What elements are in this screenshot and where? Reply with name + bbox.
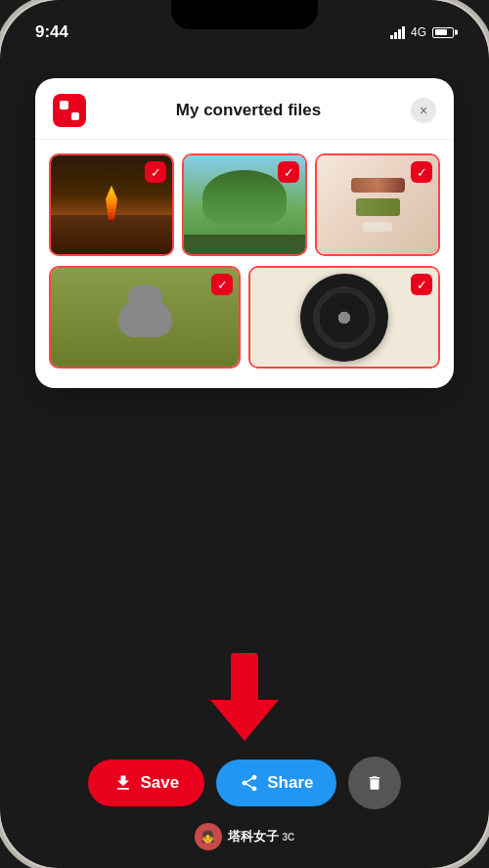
delete-button[interactable] bbox=[348, 757, 401, 809]
battery-icon bbox=[432, 27, 454, 38]
share-label: Share bbox=[267, 773, 313, 793]
save-icon bbox=[113, 773, 133, 793]
modal-card: My converted files × ✓ bbox=[35, 78, 454, 388]
image-cell-trees[interactable]: ✓ bbox=[182, 153, 307, 256]
network-label: 4G bbox=[411, 25, 426, 39]
watermark: 👧 塔科女子 3C bbox=[0, 823, 489, 850]
check-badge-trees: ✓ bbox=[278, 161, 299, 183]
save-button[interactable]: Save bbox=[88, 760, 205, 806]
signal-icon bbox=[390, 26, 405, 39]
image-cell-food[interactable]: ✓ bbox=[315, 153, 440, 256]
image-grid-top: ✓ ✓ bbox=[35, 140, 454, 266]
close-button[interactable]: × bbox=[411, 98, 436, 123]
bottom-area: Save Share bbox=[0, 653, 489, 809]
down-arrow-indicator bbox=[210, 653, 279, 741]
action-buttons: Save Share bbox=[53, 757, 437, 809]
check-badge-food: ✓ bbox=[411, 161, 432, 183]
app-logo bbox=[53, 94, 86, 127]
status-icons: 4G bbox=[390, 25, 454, 39]
phone-frame: 9:44 4G bbox=[0, 0, 489, 868]
save-label: Save bbox=[141, 773, 180, 793]
share-button[interactable]: Share bbox=[216, 760, 336, 806]
image-cell-fire[interactable]: ✓ bbox=[49, 153, 174, 256]
modal-header: My converted files × bbox=[35, 78, 454, 140]
image-grid-bottom: ✓ ✓ bbox=[35, 266, 454, 369]
image-cell-vinyl[interactable]: ✓ bbox=[248, 266, 440, 369]
check-badge-fire: ✓ bbox=[145, 161, 166, 183]
notch bbox=[171, 0, 318, 29]
image-cell-cat[interactable]: ✓ bbox=[49, 266, 241, 369]
delete-icon bbox=[366, 772, 383, 794]
status-time: 9:44 bbox=[35, 22, 68, 42]
check-badge-vinyl: ✓ bbox=[411, 274, 432, 295]
watermark-text: 塔科女子 3C bbox=[228, 828, 294, 846]
phone-screen: 9:44 4G bbox=[0, 0, 489, 868]
check-badge-cat: ✓ bbox=[211, 274, 233, 295]
modal-title: My converted files bbox=[86, 101, 411, 120]
share-icon bbox=[240, 773, 259, 793]
watermark-avatar: 👧 bbox=[195, 823, 222, 850]
